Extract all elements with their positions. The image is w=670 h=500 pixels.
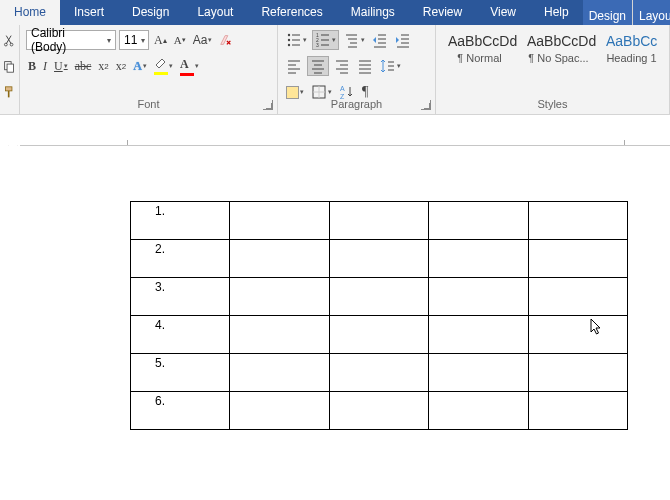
table-cell[interactable] — [528, 354, 627, 392]
svg-rect-5 — [8, 90, 10, 97]
table-cell[interactable]: 2. — [131, 240, 230, 278]
grow-font-button[interactable]: A▴ — [152, 30, 169, 50]
tab-mailings[interactable]: Mailings — [337, 0, 409, 25]
paragraph-group: ▾ 123▾ ▾ ▾ ▾ ▾ AZ ¶ Paragraph — [278, 25, 436, 114]
subscript-button[interactable]: x2 — [96, 56, 110, 76]
highlight-button[interactable]: ▾ — [152, 56, 175, 76]
change-case-button[interactable]: Aa▾ — [191, 30, 215, 50]
increase-indent-button[interactable] — [393, 30, 413, 50]
svg-point-7 — [288, 39, 290, 41]
font-color-button[interactable]: A▾ — [178, 56, 201, 76]
table-row[interactable]: 1. — [131, 202, 628, 240]
style-preview: AaBbCcDd — [448, 33, 511, 49]
tab-references[interactable]: References — [247, 0, 336, 25]
table-cell[interactable] — [230, 316, 329, 354]
styles-group-label: Styles — [436, 96, 669, 112]
table-row[interactable]: 6. — [131, 392, 628, 430]
table-cell[interactable] — [528, 202, 627, 240]
page[interactable]: 1.2.3.4.5.6. — [20, 145, 670, 430]
table-row[interactable]: 4. — [131, 316, 628, 354]
table-cell[interactable] — [528, 316, 627, 354]
svg-point-1 — [10, 43, 13, 46]
style-swatch-0[interactable]: AaBbCcDd¶ Normal — [442, 29, 517, 68]
align-center-button[interactable] — [307, 56, 329, 76]
shrink-font-button[interactable]: A▾ — [172, 30, 188, 50]
table-row[interactable]: 2. — [131, 240, 628, 278]
tab-design[interactable]: Design — [118, 0, 183, 25]
table-cell[interactable] — [329, 240, 428, 278]
table-cell[interactable] — [230, 392, 329, 430]
style-swatch-1[interactable]: AaBbCcDd¶ No Spac... — [521, 29, 596, 68]
tab-insert[interactable]: Insert — [60, 0, 118, 25]
table-cell[interactable] — [528, 240, 627, 278]
tab-tabletools-design[interactable]: Design — [583, 0, 633, 25]
multilevel-list-button[interactable]: ▾ — [342, 30, 367, 50]
tab-review[interactable]: Review — [409, 0, 476, 25]
font-name-value: Calibri (Body) — [31, 26, 103, 54]
style-swatch-2[interactable]: AaBbCcHeading 1 — [600, 29, 663, 68]
align-right-button[interactable] — [332, 56, 352, 76]
svg-point-0 — [4, 43, 7, 46]
text-effects-button[interactable]: A▾ — [131, 56, 149, 76]
font-group: Calibri (Body)▾ 11▾ A▴ A▾ Aa▾ B I U▾ abc… — [20, 25, 278, 114]
table-cell[interactable]: 1. — [131, 202, 230, 240]
table-cell[interactable]: 4. — [131, 316, 230, 354]
paragraph-dialog-launcher[interactable] — [421, 100, 431, 110]
bullets-button[interactable]: ▾ — [284, 30, 309, 50]
svg-point-6 — [288, 34, 290, 36]
italic-button[interactable]: I — [41, 56, 49, 76]
justify-button[interactable] — [355, 56, 375, 76]
tab-home[interactable]: Home — [0, 0, 60, 25]
strikethrough-button[interactable]: abc — [73, 56, 94, 76]
font-size-value: 11 — [124, 33, 137, 47]
ribbon-tabs: Home Insert Design Layout References Mai… — [0, 0, 670, 25]
table-cell[interactable] — [329, 316, 428, 354]
tab-view[interactable]: View — [476, 0, 530, 25]
table-cell[interactable] — [528, 392, 627, 430]
table-cell[interactable]: 5. — [131, 354, 230, 392]
bold-button[interactable]: B — [26, 56, 38, 76]
table-row[interactable]: 3. — [131, 278, 628, 316]
table-cell[interactable] — [230, 202, 329, 240]
table-cell[interactable]: 6. — [131, 392, 230, 430]
cut-button[interactable] — [1, 30, 18, 50]
table-cell[interactable] — [230, 278, 329, 316]
table-cell[interactable] — [329, 202, 428, 240]
table-cell[interactable] — [429, 392, 528, 430]
numbering-button[interactable]: 123▾ — [312, 30, 339, 50]
font-size-combo[interactable]: 11▾ — [119, 30, 149, 50]
font-dialog-launcher[interactable] — [263, 100, 273, 110]
table-cell[interactable] — [230, 354, 329, 392]
svg-point-8 — [288, 44, 290, 46]
decrease-indent-button[interactable] — [370, 30, 390, 50]
font-name-combo[interactable]: Calibri (Body)▾ — [26, 30, 116, 50]
tab-layout[interactable]: Layout — [183, 0, 247, 25]
tab-help[interactable]: Help — [530, 0, 583, 25]
table-cell[interactable] — [429, 202, 528, 240]
table-cell[interactable] — [429, 316, 528, 354]
superscript-button[interactable]: x2 — [114, 56, 128, 76]
copy-button[interactable] — [1, 56, 18, 76]
underline-button[interactable]: U▾ — [52, 56, 70, 76]
table-cell[interactable]: 3. — [131, 278, 230, 316]
table-cell[interactable] — [429, 278, 528, 316]
table-cell[interactable] — [329, 354, 428, 392]
table-row[interactable]: 5. — [131, 354, 628, 392]
style-preview: AaBbCcDd — [527, 33, 590, 49]
table-cell[interactable] — [230, 240, 329, 278]
table-cell[interactable] — [429, 354, 528, 392]
format-painter-button[interactable] — [1, 82, 18, 102]
clipboard-group — [0, 25, 20, 114]
clear-formatting-button[interactable] — [217, 30, 235, 50]
document-table[interactable]: 1.2.3.4.5.6. — [130, 201, 628, 430]
table-cell[interactable] — [429, 240, 528, 278]
style-name: ¶ No Spac... — [527, 52, 590, 64]
tab-tabletools-layout[interactable]: Layout — [633, 0, 670, 25]
table-cell[interactable] — [329, 278, 428, 316]
table-cell[interactable] — [528, 278, 627, 316]
align-left-button[interactable] — [284, 56, 304, 76]
table-cell[interactable] — [329, 392, 428, 430]
line-spacing-button[interactable]: ▾ — [378, 56, 403, 76]
svg-text:3: 3 — [316, 42, 319, 48]
styles-group: AaBbCcDd¶ NormalAaBbCcDd¶ No Spac...AaBb… — [436, 25, 670, 114]
